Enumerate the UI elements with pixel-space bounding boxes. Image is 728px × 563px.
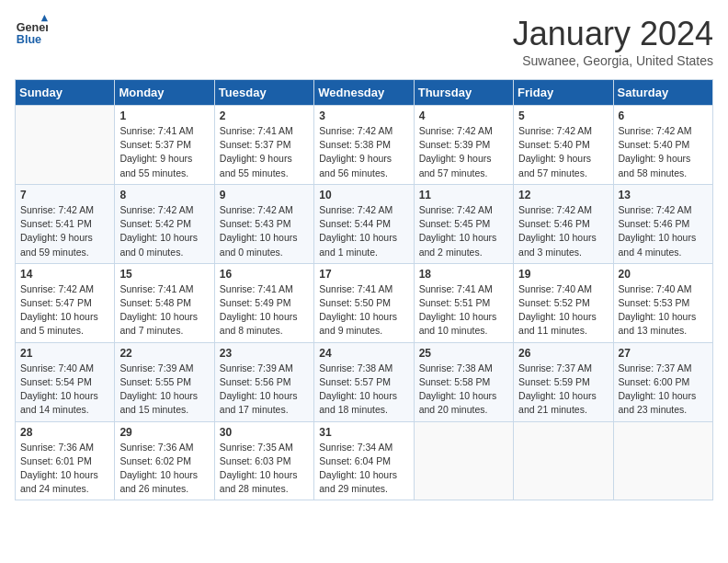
cell-content: Sunrise: 7:35 AMSunset: 6:03 PMDaylight:…: [220, 441, 309, 497]
day-number: 10: [319, 189, 408, 201]
column-header-thursday: Thursday: [414, 80, 513, 106]
day-number: 31: [319, 426, 408, 439]
day-number: 8: [119, 189, 209, 201]
calendar-cell: 6Sunrise: 7:42 AMSunset: 5:40 PMDaylight…: [613, 106, 712, 185]
month-title: January 2024: [513, 15, 713, 53]
calendar-cell: 24Sunrise: 7:38 AMSunset: 5:57 PMDayligh…: [314, 342, 414, 421]
calendar-cell: 8Sunrise: 7:42 AMSunset: 5:42 PMDaylight…: [115, 184, 214, 263]
svg-marker-2: [41, 15, 48, 21]
day-number: 4: [419, 109, 508, 122]
day-number: 18: [419, 268, 508, 281]
calendar-cell: [414, 421, 513, 500]
day-number: 22: [119, 347, 209, 360]
cell-content: Sunrise: 7:42 AMSunset: 5:46 PMDaylight:…: [619, 203, 708, 259]
cell-content: Sunrise: 7:42 AMSunset: 5:46 PMDaylight:…: [518, 203, 608, 259]
cell-content: Sunrise: 7:42 AMSunset: 5:38 PMDaylight:…: [319, 124, 408, 180]
calendar-cell: [613, 421, 712, 500]
day-number: 13: [619, 189, 708, 201]
day-number: 5: [518, 109, 608, 122]
calendar-cell: 19Sunrise: 7:40 AMSunset: 5:52 PMDayligh…: [514, 263, 613, 342]
column-header-friday: Friday: [514, 80, 613, 106]
cell-content: Sunrise: 7:42 AMSunset: 5:40 PMDaylight:…: [619, 124, 708, 180]
cell-content: Sunrise: 7:41 AMSunset: 5:37 PMDaylight:…: [220, 124, 309, 180]
calendar-cell: 13Sunrise: 7:42 AMSunset: 5:46 PMDayligh…: [613, 184, 712, 263]
cell-content: Sunrise: 7:39 AMSunset: 5:55 PMDaylight:…: [119, 362, 209, 418]
day-number: 9: [220, 189, 309, 201]
calendar-cell: 3Sunrise: 7:42 AMSunset: 5:38 PMDaylight…: [314, 106, 414, 185]
column-header-tuesday: Tuesday: [214, 80, 313, 106]
cell-content: Sunrise: 7:40 AMSunset: 5:53 PMDaylight:…: [619, 282, 708, 339]
cell-content: Sunrise: 7:34 AMSunset: 6:04 PMDaylight:…: [319, 441, 408, 497]
column-header-wednesday: Wednesday: [314, 80, 414, 106]
calendar-cell: 12Sunrise: 7:42 AMSunset: 5:46 PMDayligh…: [514, 184, 613, 263]
calendar-cell: 11Sunrise: 7:42 AMSunset: 5:45 PMDayligh…: [414, 184, 513, 263]
column-header-monday: Monday: [115, 80, 214, 106]
cell-content: Sunrise: 7:37 AMSunset: 6:00 PMDaylight:…: [619, 362, 708, 418]
calendar-cell: 16Sunrise: 7:41 AMSunset: 5:49 PMDayligh…: [214, 263, 313, 342]
day-number: 23: [220, 347, 309, 360]
column-header-saturday: Saturday: [613, 80, 712, 106]
day-number: 17: [319, 268, 408, 281]
calendar-cell: 15Sunrise: 7:41 AMSunset: 5:48 PMDayligh…: [115, 263, 214, 342]
day-number: 30: [220, 426, 309, 439]
cell-content: Sunrise: 7:42 AMSunset: 5:42 PMDaylight:…: [119, 203, 209, 259]
cell-content: Sunrise: 7:41 AMSunset: 5:48 PMDaylight:…: [119, 282, 209, 339]
day-number: 19: [518, 268, 608, 281]
cell-content: Sunrise: 7:42 AMSunset: 5:41 PMDaylight:…: [20, 203, 109, 259]
column-header-sunday: Sunday: [16, 80, 115, 106]
calendar-cell: 22Sunrise: 7:39 AMSunset: 5:55 PMDayligh…: [115, 342, 214, 421]
location-subtitle: Suwanee, Georgia, United States: [513, 53, 713, 68]
cell-content: Sunrise: 7:40 AMSunset: 5:52 PMDaylight:…: [518, 282, 608, 339]
calendar-cell: 2Sunrise: 7:41 AMSunset: 5:37 PMDaylight…: [214, 106, 313, 185]
calendar-cell: 18Sunrise: 7:41 AMSunset: 5:51 PMDayligh…: [414, 263, 513, 342]
day-number: 28: [20, 426, 109, 439]
cell-content: Sunrise: 7:42 AMSunset: 5:43 PMDaylight:…: [220, 203, 309, 259]
calendar-cell: 21Sunrise: 7:40 AMSunset: 5:54 PMDayligh…: [16, 342, 115, 421]
page-header: General Blue January 2024 Suwanee, Georg…: [15, 15, 713, 68]
cell-content: Sunrise: 7:41 AMSunset: 5:37 PMDaylight:…: [119, 124, 209, 180]
calendar-cell: 14Sunrise: 7:42 AMSunset: 5:47 PMDayligh…: [16, 263, 115, 342]
calendar-cell: 4Sunrise: 7:42 AMSunset: 5:39 PMDaylight…: [414, 106, 513, 185]
calendar-cell: 28Sunrise: 7:36 AMSunset: 6:01 PMDayligh…: [16, 421, 115, 500]
day-number: 29: [119, 426, 209, 439]
cell-content: Sunrise: 7:36 AMSunset: 6:02 PMDaylight:…: [119, 441, 209, 497]
day-number: 7: [20, 189, 109, 201]
calendar-cell: 20Sunrise: 7:40 AMSunset: 5:53 PMDayligh…: [613, 263, 712, 342]
cell-content: Sunrise: 7:39 AMSunset: 5:56 PMDaylight:…: [220, 362, 309, 418]
day-number: 25: [419, 347, 508, 360]
cell-content: Sunrise: 7:40 AMSunset: 5:54 PMDaylight:…: [20, 362, 109, 418]
day-number: 26: [518, 347, 608, 360]
cell-content: Sunrise: 7:41 AMSunset: 5:51 PMDaylight:…: [419, 282, 508, 339]
calendar-table: SundayMondayTuesdayWednesdayThursdayFrid…: [15, 79, 713, 500]
calendar-cell: 9Sunrise: 7:42 AMSunset: 5:43 PMDaylight…: [214, 184, 313, 263]
cell-content: Sunrise: 7:42 AMSunset: 5:45 PMDaylight:…: [419, 203, 508, 259]
calendar-cell: 1Sunrise: 7:41 AMSunset: 5:37 PMDaylight…: [115, 106, 214, 185]
day-number: 3: [319, 109, 408, 122]
cell-content: Sunrise: 7:41 AMSunset: 5:50 PMDaylight:…: [319, 282, 408, 339]
logo-icon: General Blue: [15, 15, 48, 48]
cell-content: Sunrise: 7:38 AMSunset: 5:57 PMDaylight:…: [319, 362, 408, 418]
day-number: 20: [619, 268, 708, 281]
cell-content: Sunrise: 7:41 AMSunset: 5:49 PMDaylight:…: [220, 282, 309, 339]
calendar-cell: 26Sunrise: 7:37 AMSunset: 5:59 PMDayligh…: [514, 342, 613, 421]
day-number: 15: [119, 268, 209, 281]
svg-text:Blue: Blue: [17, 33, 41, 46]
calendar-cell: 27Sunrise: 7:37 AMSunset: 6:00 PMDayligh…: [613, 342, 712, 421]
day-number: 2: [220, 109, 309, 122]
day-number: 6: [619, 109, 708, 122]
cell-content: Sunrise: 7:42 AMSunset: 5:40 PMDaylight:…: [518, 124, 608, 180]
day-number: 21: [20, 347, 109, 360]
calendar-cell: [514, 421, 613, 500]
calendar-cell: [16, 106, 115, 185]
calendar-cell: 7Sunrise: 7:42 AMSunset: 5:41 PMDaylight…: [16, 184, 115, 263]
calendar-cell: 30Sunrise: 7:35 AMSunset: 6:03 PMDayligh…: [214, 421, 313, 500]
cell-content: Sunrise: 7:36 AMSunset: 6:01 PMDaylight:…: [20, 441, 109, 497]
calendar-cell: 25Sunrise: 7:38 AMSunset: 5:58 PMDayligh…: [414, 342, 513, 421]
day-number: 27: [619, 347, 708, 360]
title-block: January 2024 Suwanee, Georgia, United St…: [513, 15, 713, 68]
calendar-cell: 5Sunrise: 7:42 AMSunset: 5:40 PMDaylight…: [514, 106, 613, 185]
calendar-cell: 31Sunrise: 7:34 AMSunset: 6:04 PMDayligh…: [314, 421, 414, 500]
cell-content: Sunrise: 7:42 AMSunset: 5:44 PMDaylight:…: [319, 203, 408, 259]
cell-content: Sunrise: 7:37 AMSunset: 5:59 PMDaylight:…: [518, 362, 608, 418]
logo: General Blue: [15, 15, 48, 48]
